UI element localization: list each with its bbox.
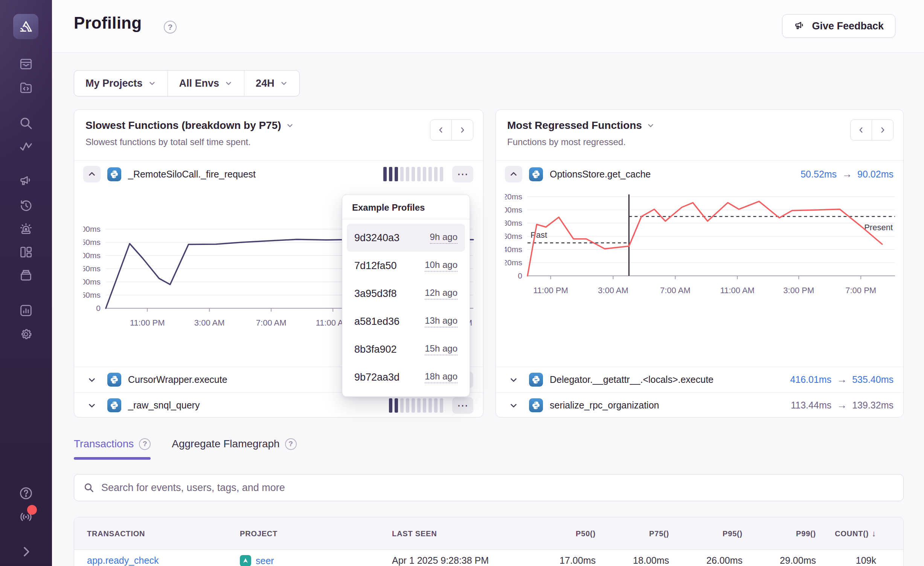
megaphone-icon <box>794 20 806 32</box>
tab-aggregate-flamegraph[interactable]: Aggregate Flamegraph ? <box>172 438 296 460</box>
panel-title: Slowest Functions (breakdown by P75) <box>85 119 281 132</box>
function-more-button[interactable]: ⋯ <box>452 397 473 414</box>
profile-list-item[interactable]: 9b72aa3d 18h ago <box>347 363 465 391</box>
column-header-project[interactable]: PROJECT <box>240 517 278 550</box>
arrow-right-icon: → <box>837 399 847 411</box>
profile-id: 7d12fa50 <box>354 260 397 272</box>
most-regressed-panel: Most Regressed Functions Functions by mo… <box>496 109 904 418</box>
column-header-last-seen[interactable]: LAST SEEN <box>392 517 437 550</box>
profile-time-link[interactable]: 12h ago <box>425 288 457 300</box>
table-header: TRANSACTION PROJECT LAST SEEN P50() P75(… <box>74 517 903 550</box>
expand-sidebar-icon[interactable] <box>18 544 34 560</box>
profile-list-item[interactable]: 8b3fa902 15h ago <box>347 335 465 363</box>
project-cell: seer <box>240 555 274 566</box>
column-header-p50[interactable]: P50() <box>518 517 596 550</box>
function-sparkline <box>383 167 443 181</box>
after-duration-link[interactable]: 90.02ms <box>857 169 894 180</box>
feedback-nav-icon[interactable] <box>18 173 34 189</box>
function-name-link[interactable]: serialize_rpc_organization <box>550 400 659 411</box>
slowest-functions-title-dropdown[interactable]: Slowest Functions (breakdown by P75) <box>85 119 473 132</box>
column-header-p75[interactable]: P75() <box>592 517 669 550</box>
profile-list-item[interactable]: 9d3240a3 9h ago <box>347 224 465 252</box>
function-name-link[interactable]: Delegator.__getattr__.<locals>.execute <box>550 374 714 385</box>
chevron-left-icon <box>437 126 445 134</box>
function-name-link[interactable]: _raw_snql_query <box>128 400 200 411</box>
column-header-p95[interactable]: P95() <box>665 517 743 550</box>
svg-text:250ms: 250ms <box>83 238 101 246</box>
column-header-count[interactable]: COUNT() ↓ <box>801 517 876 550</box>
function-name-link[interactable]: _RemoteSiloCall._fire_request <box>128 169 256 180</box>
view-tabs: Transactions ? Aggregate Flamegraph ? <box>74 438 297 460</box>
project-link[interactable]: seer <box>256 555 274 566</box>
profile-time-link[interactable]: 15h ago <box>425 343 457 355</box>
settings-icon[interactable] <box>18 326 34 342</box>
next-page-button[interactable] <box>451 119 473 141</box>
replays-icon[interactable] <box>18 198 34 214</box>
next-page-button[interactable] <box>872 119 894 141</box>
give-feedback-button[interactable]: Give Feedback <box>782 14 895 38</box>
transactions-help-icon[interactable]: ? <box>139 438 151 450</box>
search-input[interactable] <box>101 482 894 494</box>
environment-filter-label: All Envs <box>179 78 220 89</box>
profile-list: 9d3240a3 9h ago 7d12fa50 10h ago 3a95d3f… <box>342 219 470 396</box>
collapse-function-button[interactable] <box>83 166 101 182</box>
after-duration: 139.32ms <box>852 400 894 411</box>
column-header-transaction[interactable]: TRANSACTION <box>87 517 145 550</box>
expand-function-button[interactable] <box>83 397 101 414</box>
transactions-table: TRANSACTION PROJECT LAST SEEN P50() P75(… <box>74 517 904 566</box>
collapse-function-button[interactable] <box>505 166 522 182</box>
chevron-down-icon <box>87 375 97 385</box>
prev-page-button[interactable] <box>850 119 872 141</box>
profile-time-link[interactable]: 13h ago <box>425 315 457 327</box>
releases-icon[interactable] <box>18 267 34 283</box>
svg-text:0: 0 <box>518 271 522 280</box>
help-icon[interactable] <box>18 485 34 501</box>
whats-new-icon[interactable] <box>18 508 34 524</box>
function-more-button[interactable]: ⋯ <box>452 166 473 182</box>
profile-time-link[interactable]: 10h ago <box>425 260 457 272</box>
svg-text:300ms: 300ms <box>83 225 101 233</box>
svg-text:100ms: 100ms <box>505 205 522 214</box>
dashboards-icon[interactable] <box>18 244 34 260</box>
profile-list-item[interactable]: a581ed36 13h ago <box>347 307 465 335</box>
flamegraph-help-icon[interactable]: ? <box>285 438 297 450</box>
search-bar <box>74 474 904 501</box>
before-duration-link[interactable]: 416.01ms <box>790 374 831 385</box>
function-row: OptionsStore.get_cache 50.52ms → 90.02ms <box>496 161 903 188</box>
traces-icon[interactable] <box>18 139 34 155</box>
time-range-label: 24H <box>256 78 274 89</box>
profile-list-item[interactable]: 7d12fa50 10h ago <box>347 252 465 280</box>
profile-time-link[interactable]: 18h ago <box>425 371 457 383</box>
environment-filter-dropdown[interactable]: All Envs <box>168 70 244 96</box>
projects-icon[interactable] <box>18 80 34 96</box>
before-duration-link[interactable]: 50.52ms <box>800 169 837 180</box>
search-nav-icon[interactable] <box>18 115 34 131</box>
most-regressed-title-dropdown[interactable]: Most Regressed Functions <box>507 119 893 132</box>
profile-list-item[interactable]: 3a95d3f8 12h ago <box>347 280 465 307</box>
svg-text:120ms: 120ms <box>505 192 522 201</box>
notification-dot <box>27 505 37 515</box>
expand-function-button[interactable] <box>505 372 522 388</box>
profile-time-link[interactable]: 9h ago <box>430 232 457 244</box>
profile-id: 9d3240a3 <box>354 232 399 244</box>
svg-text:7:00 AM: 7:00 AM <box>256 318 287 327</box>
chevron-down-icon <box>224 79 233 87</box>
function-name-link[interactable]: OptionsStore.get_cache <box>550 169 651 180</box>
after-duration-link[interactable]: 535.40ms <box>852 374 894 385</box>
tab-transactions[interactable]: Transactions ? <box>74 438 151 460</box>
function-name-link[interactable]: CursorWrapper.execute <box>128 374 227 385</box>
sentry-logo-icon[interactable] <box>13 14 38 39</box>
stats-icon[interactable] <box>18 303 34 318</box>
issues-icon[interactable] <box>18 56 34 72</box>
alerts-icon[interactable] <box>18 221 34 237</box>
profiling-help-icon[interactable]: ? <box>164 21 177 34</box>
expand-function-button[interactable] <box>505 397 522 414</box>
panel-pager <box>850 119 894 141</box>
prev-page-button[interactable] <box>430 119 452 141</box>
transaction-link[interactable]: app.ready_check <box>87 555 159 566</box>
function-row: serialize_rpc_organization 113.44ms → 13… <box>496 392 903 418</box>
project-filter-dropdown[interactable]: My Projects <box>74 70 168 96</box>
most-regressed-header: Most Regressed Functions Functions by mo… <box>496 110 903 161</box>
expand-function-button[interactable] <box>83 372 101 388</box>
time-range-dropdown[interactable]: 24H <box>244 70 299 96</box>
